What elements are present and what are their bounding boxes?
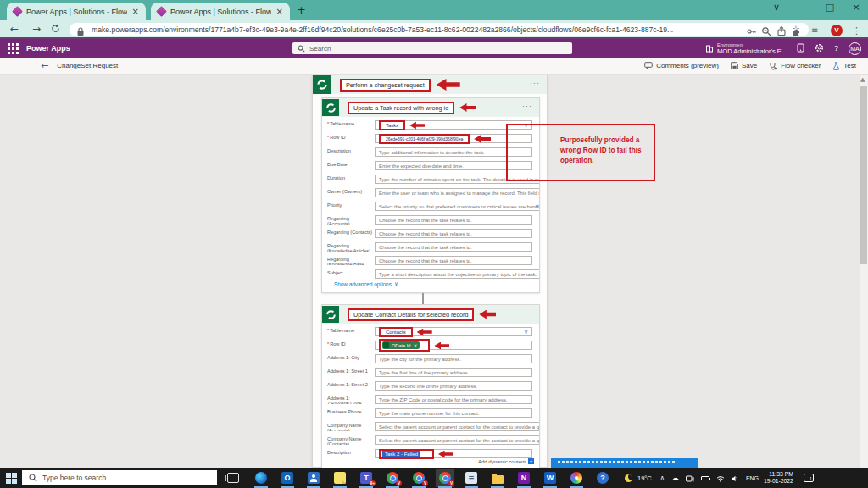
taskbar-app-chrome[interactable]: V bbox=[386, 471, 399, 485]
scope-title[interactable]: Perform a changeset request bbox=[340, 79, 431, 92]
zoom-icon[interactable] bbox=[761, 25, 771, 35]
device-icon[interactable] bbox=[797, 41, 804, 56]
extensions-puzzle-icon[interactable] bbox=[792, 25, 802, 36]
password-key-icon[interactable] bbox=[746, 25, 756, 35]
field-input[interactable]: Type the second line of the primary addr… bbox=[375, 381, 532, 391]
taskbar-app-onenote[interactable]: N bbox=[517, 471, 531, 485]
save-button[interactable]: Save bbox=[731, 62, 757, 69]
field-value-annotated[interactable]: Contacts bbox=[379, 327, 413, 337]
action-menu-button[interactable]: ··· bbox=[522, 102, 532, 110]
field-input[interactable]: Type the first line of the primary addre… bbox=[375, 368, 532, 377]
action-header[interactable]: Update a Task record with wrong id ··· bbox=[322, 98, 539, 117]
action-header[interactable]: Update Contact Details for selected reco… bbox=[322, 305, 539, 324]
scope-header[interactable]: Perform a changeset request ··· bbox=[313, 75, 547, 94]
window-maximize-icon[interactable]: □ bbox=[820, 2, 840, 13]
refresh-icon[interactable] bbox=[51, 24, 60, 36]
taskbar-app-edge[interactable] bbox=[254, 471, 268, 485]
field-input[interactable]: Select the parent account or parent cont… bbox=[375, 422, 540, 431]
tab-close-icon[interactable]: × bbox=[276, 7, 283, 16]
action-card-update-contact[interactable]: Update Contact Details for selected reco… bbox=[321, 304, 540, 468]
wifi-icon[interactable] bbox=[716, 470, 725, 485]
action-title[interactable]: Update a Task record with wrong id bbox=[348, 102, 454, 114]
taskbar-app-people[interactable] bbox=[307, 471, 320, 485]
app-brand[interactable]: Power Apps bbox=[26, 44, 70, 53]
scope-menu-button[interactable]: ··· bbox=[530, 79, 540, 87]
field-input[interactable]: Type a short description about the objec… bbox=[375, 269, 540, 279]
field-input[interactable]: Contacts∨ bbox=[375, 327, 532, 336]
url-text[interactable]: make.powerapps.com/environments/1771a4b7… bbox=[92, 25, 741, 34]
field-input[interactable]: Select the priority so that preferred cu… bbox=[375, 202, 540, 211]
clock[interactable]: 11:33 PM 19-01-2022 bbox=[764, 471, 793, 485]
taskbar-app-chrome[interactable]: V bbox=[438, 471, 452, 485]
onedrive-cloud-icon[interactable]: ☁ bbox=[671, 474, 679, 482]
tray-expand-chevron-icon[interactable]: ∧ bbox=[660, 474, 665, 481]
browser-profile-avatar[interactable]: V bbox=[831, 25, 843, 36]
canvas-scrollbar[interactable]: ▲ bbox=[860, 75, 868, 468]
new-tab-button[interactable]: + bbox=[297, 3, 306, 16]
field-input[interactable]: Choose the record that the task relates … bbox=[375, 229, 532, 238]
field-input[interactable]: Type the ZIP Code or postal code for the… bbox=[375, 395, 532, 404]
reading-list-icon[interactable]: ≡ bbox=[811, 25, 821, 36]
pill-remove-icon[interactable]: × bbox=[413, 342, 417, 348]
dynamic-content-pill[interactable]: OData Id× bbox=[382, 341, 420, 349]
field-input[interactable]: OData Id× bbox=[375, 341, 532, 350]
app-search-input[interactable]: Search bbox=[292, 42, 572, 54]
temperature-readout[interactable]: 19°C bbox=[637, 474, 652, 482]
night-light-moon-icon[interactable] bbox=[625, 474, 632, 482]
environment-picker[interactable]: Environment MOD Administrator's E... bbox=[705, 42, 787, 55]
field-input[interactable]: Choose the record that the task relates … bbox=[375, 256, 532, 265]
taskbar-app-help[interactable]: ? bbox=[596, 471, 609, 485]
start-button[interactable] bbox=[0, 468, 22, 488]
field-input[interactable]: Choose the record that the task relates … bbox=[375, 215, 532, 225]
volume-icon[interactable] bbox=[732, 470, 739, 485]
meet-now-icon[interactable] bbox=[686, 470, 694, 485]
window-minimize-icon[interactable]: – bbox=[793, 2, 814, 13]
chevron-down-icon[interactable]: ∨ bbox=[524, 329, 528, 336]
field-input[interactable]: Enter the user or team who is assigned t… bbox=[375, 188, 540, 197]
comments-button[interactable]: Comments (preview) bbox=[644, 62, 719, 69]
chevron-down-icon[interactable]: ∨ bbox=[535, 203, 539, 210]
url-bar[interactable]: make.powerapps.com/environments/1771a4b7… bbox=[70, 23, 809, 36]
taskbar-app-notepad[interactable]: ≡ bbox=[465, 471, 478, 485]
taskbar-app-paint[interactable] bbox=[570, 471, 583, 485]
notification-center-icon[interactable]: 1 bbox=[804, 474, 814, 482]
forward-icon[interactable]: → bbox=[32, 23, 41, 35]
share-icon[interactable] bbox=[776, 25, 787, 35]
field-input[interactable]: Choose the record that the task relates … bbox=[375, 242, 532, 252]
field-value-annotated[interactable]: Tasks bbox=[379, 120, 405, 130]
help-icon[interactable]: ? bbox=[834, 44, 838, 53]
taskbar-app-folder[interactable] bbox=[491, 471, 504, 485]
waffle-icon[interactable] bbox=[8, 43, 19, 54]
taskbar-app-outlook[interactable]: O bbox=[281, 471, 294, 485]
taskbar-search-input[interactable]: Type here to search bbox=[22, 470, 217, 485]
back-icon[interactable]: ← bbox=[10, 23, 19, 35]
browser-tab-2[interactable]: Power Apps | Solutions - Flows × bbox=[151, 3, 290, 20]
taskbar-app-word[interactable]: W bbox=[543, 471, 557, 485]
taskbar-app-teams[interactable]: T9+ bbox=[359, 471, 373, 485]
field-value-annotated[interactable]: Task 2 - Failed bbox=[379, 449, 434, 459]
field-input[interactable]: Type the city for the primary address. bbox=[375, 354, 532, 363]
add-dynamic-content-button[interactable]: Add dynamic content+ bbox=[478, 458, 534, 464]
scrollbar-thumb[interactable] bbox=[860, 86, 867, 264]
task-view-icon[interactable] bbox=[227, 473, 239, 483]
gear-icon[interactable] bbox=[815, 41, 824, 56]
show-advanced-options-link[interactable]: Show advanced options∨ bbox=[334, 280, 398, 287]
taskbar-app-chrome[interactable]: V bbox=[412, 471, 426, 485]
language-indicator[interactable]: ENG bbox=[746, 475, 759, 481]
back-icon[interactable]: ← bbox=[41, 60, 48, 71]
window-close-icon[interactable]: × bbox=[846, 2, 866, 13]
action-menu-button[interactable]: ··· bbox=[522, 308, 532, 317]
flow-checker-button[interactable]: Flow checker bbox=[769, 62, 821, 70]
window-menu-icon[interactable]: ∨ bbox=[766, 2, 787, 13]
scroll-up-icon[interactable]: ▲ bbox=[860, 76, 865, 83]
field-input[interactable]: Type the main phone number for this cont… bbox=[375, 408, 532, 418]
field-input[interactable]: Task 2 - Failed bbox=[375, 449, 532, 458]
battery-icon[interactable] bbox=[701, 476, 709, 480]
browser-menu-icon[interactable]: ⋮ bbox=[852, 25, 861, 36]
taskbar-app-sticky[interactable] bbox=[333, 471, 347, 485]
test-button[interactable]: Test bbox=[832, 62, 856, 70]
action-title[interactable]: Update Contact Details for selected reco… bbox=[348, 308, 474, 321]
field-value-annotated[interactable]: 26ede691-c201-466f-af29-390d368f90ea bbox=[379, 134, 470, 144]
field-value-annotated[interactable]: OData Id× bbox=[379, 339, 430, 352]
tab-close-icon[interactable]: × bbox=[132, 7, 139, 16]
